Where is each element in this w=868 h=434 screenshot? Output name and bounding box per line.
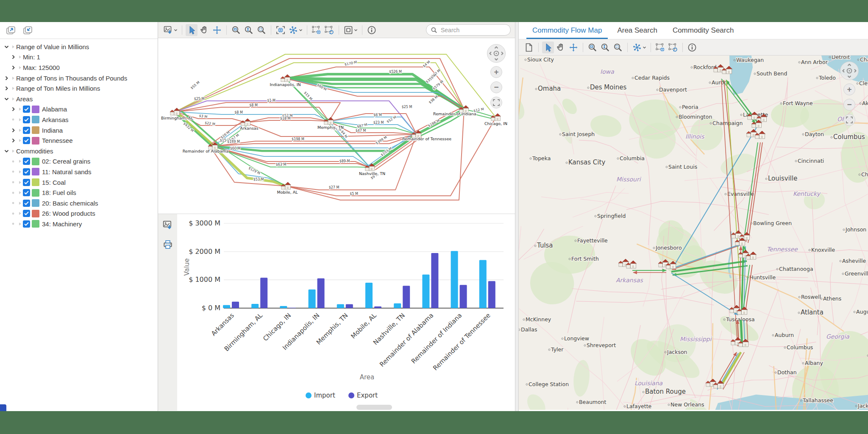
export-bar-arkansas[interactable] [232,302,239,308]
tree-bullet[interactable] [9,220,17,228]
tree-bullet[interactable] [9,168,17,175]
select-region-button[interactable] [654,42,666,53]
zoom-box-button[interactable] [256,24,267,36]
cursor-button[interactable] [542,42,554,53]
layer-checkbox[interactable] [23,210,30,217]
export-bar-indianapolis-in[interactable] [317,278,325,308]
tree-item-areas[interactable]: Areas [0,94,158,104]
overview-button[interactable] [342,24,359,36]
layer-checkbox[interactable] [23,158,30,165]
flow-edge[interactable] [246,120,329,122]
expand-arrow-icon[interactable] [3,74,10,82]
expand-arrow-icon[interactable] [3,85,10,92]
tree-bullet[interactable] [9,189,17,197]
zoom-in-button[interactable]: + [490,66,502,78]
legend-label-import[interactable]: Import [314,392,335,399]
layer-checkbox[interactable] [23,168,30,175]
tree-item-20-basic-chemicals[interactable]: 20: Basic chemicals [0,198,158,209]
import-bar-memphis-tn[interactable] [337,304,344,308]
import-bar-remainder-of-tennessee[interactable] [479,260,487,308]
zoom-out-button[interactable]: − [490,81,502,93]
tree-item-range-of-value-in-millions[interactable]: Range of Value in Millions [0,42,158,52]
tree-item-11-natural-sands[interactable]: 11: Natural sands [0,167,158,177]
tree-item-alabama[interactable]: Alabama [0,104,158,115]
layer-checkbox[interactable] [23,106,30,113]
import-bar-mobile-al[interactable] [365,283,373,308]
expand-arrow-icon[interactable] [9,64,17,71]
diagram-node-mobile-al[interactable] [281,182,291,189]
layout-button[interactable] [631,42,647,53]
diagram-node-memphis-tn[interactable] [324,117,334,125]
tree-item-26-wood-products[interactable]: 26: Wood products [0,209,158,219]
flow-edge[interactable] [286,134,417,190]
import-bar-chicago-in[interactable] [280,306,287,308]
expand-arrow-icon[interactable] [9,53,17,61]
tab-commodity-search[interactable]: Commodity Search [667,22,740,39]
layer-checkbox[interactable] [23,127,30,134]
tree-bullet[interactable] [9,178,17,186]
expand-arrow-icon[interactable] [9,126,17,134]
fit-screen-button[interactable] [843,114,855,126]
fit-extent-button[interactable] [275,24,287,36]
collapse-all-button[interactable] [21,25,35,36]
layout-button[interactable] [287,24,303,36]
diagram-node-birmingham-al[interactable] [170,108,180,115]
cursor-button[interactable] [186,24,198,36]
expand-arrow-icon[interactable] [9,106,17,113]
export-bar-chicago-in[interactable] [289,308,296,308]
zoom-box-button[interactable] [612,42,624,53]
tree-bullet[interactable] [9,158,17,165]
pan-compass-control[interactable] [487,44,506,63]
zoom-range-button[interactable] [599,42,611,53]
print-chart-button[interactable] [161,239,174,250]
select-region-button[interactable] [311,24,323,36]
export-bar-remainder-of-tennessee[interactable] [488,281,495,308]
zoom-in-button[interactable] [230,24,242,36]
collapse-arrow-icon[interactable] [3,95,10,103]
expand-arrow-icon[interactable] [9,137,17,145]
tab-commodity-flow-map[interactable]: Commodity Flow Map [526,22,608,39]
new-doc-button[interactable] [523,42,535,53]
pan-compass-control[interactable] [840,61,859,80]
export-chart-image-button[interactable] [161,219,174,231]
import-bar-nashville-tn[interactable] [394,303,401,308]
layer-checkbox[interactable] [23,189,30,196]
import-bar-remainder-of-alabama[interactable] [422,275,429,308]
move-button[interactable] [211,24,223,36]
tab-area-search[interactable]: Area Search [611,22,663,39]
hand-button[interactable] [198,24,210,36]
tree-bullet[interactable] [9,210,17,217]
tree-bullet[interactable] [9,199,17,207]
hand-button[interactable] [555,42,567,53]
flow-network-diagram[interactable]: $55 M$170 M$526 M$60 M$25 M$1 M$8 M$8 M$… [158,38,515,214]
flow-edge[interactable] [175,112,329,121]
zoom-in-button[interactable]: + [843,83,855,95]
legend-label-export[interactable]: Export [357,392,378,399]
export-bar-remainder-of-indiana[interactable] [460,285,467,308]
tree-item-min-1[interactable]: Min: 1 [0,52,158,63]
layer-checkbox[interactable] [23,179,30,186]
tree-item-arkansas[interactable]: Arkansas [0,114,158,125]
layer-checkbox[interactable] [23,200,30,207]
select-refresh-button[interactable] [667,42,679,53]
import-bar-birmingham-al[interactable] [251,304,259,308]
zoom-range-button[interactable] [243,24,255,36]
collapse-arrow-icon[interactable] [3,43,10,50]
tree-item-commodities[interactable]: Commodities [0,146,158,156]
layer-checkbox[interactable] [23,137,30,144]
diagram-node-indianapolis-in[interactable] [281,75,290,82]
layer-checkbox[interactable] [23,220,30,228]
tree-item-tennessee[interactable]: Tennessee [0,135,158,146]
info-button[interactable] [686,42,698,53]
search-input[interactable] [440,26,504,34]
zoom-in-button[interactable] [587,42,598,53]
corner-logo-chip[interactable] [0,404,6,411]
diagram-node-chicago-in[interactable] [491,114,501,121]
panel-splitter[interactable] [515,22,519,411]
export-bar-remainder-of-alabama[interactable] [431,253,438,308]
tree-item-indiana[interactable]: Indiana [0,125,158,136]
commodity-flow-map[interactable]: IowaIllinoisMissouriOhioKentuckyArkansas… [519,56,868,410]
tree-bullet[interactable] [9,116,17,123]
tree-item-range-of-ton-miles-in-millions[interactable]: Range of Ton Miles in Millions [0,83,158,94]
tree-item-02-cereal-grains[interactable]: 02: Cereal grains [0,156,158,167]
